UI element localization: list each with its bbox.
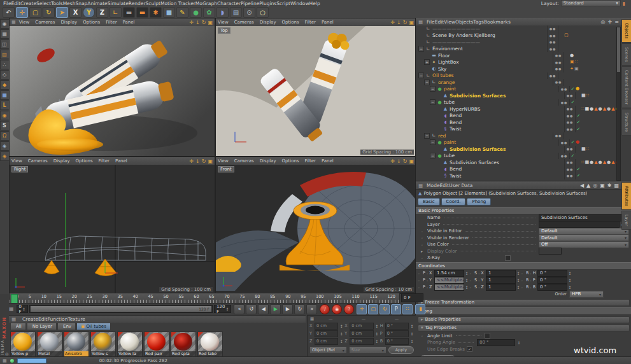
rb-input[interactable]: 0 ° bbox=[537, 284, 567, 291]
pan-view-icon[interactable]: ✛ bbox=[189, 20, 194, 25]
rotate-view-icon[interactable]: ↻ bbox=[202, 20, 206, 25]
object-name[interactable]: —————————— bbox=[432, 39, 480, 45]
visibility-dots-toggle[interactable]: ●● bbox=[558, 99, 570, 106]
visible-editor-select[interactable]: Default▾ bbox=[539, 228, 629, 235]
tree-item[interactable]: − ∟ red ●● bbox=[416, 132, 621, 139]
undo-icon[interactable]: ↶ bbox=[3, 7, 15, 18]
py-input[interactable]: <<Multiple>> bbox=[434, 277, 464, 284]
visibility-dots-toggle[interactable]: ●● bbox=[553, 52, 564, 59]
tree-item[interactable]: § Twist ●● ✓ bbox=[416, 172, 621, 179]
visibility-dots-toggle[interactable]: ●● bbox=[564, 172, 576, 179]
autokeying-button[interactable]: ◉ bbox=[332, 304, 342, 314]
sx-input[interactable]: 1 bbox=[486, 270, 516, 277]
panel-tab[interactable]: Structure bbox=[621, 109, 631, 136]
object-name[interactable]: LightBox bbox=[438, 59, 459, 65]
viewport-menu-item[interactable]: Display bbox=[60, 20, 77, 25]
workflow-icon[interactable]: ▮ bbox=[623, 1, 625, 6]
expand-toggle-icon[interactable]: − bbox=[418, 73, 424, 78]
rotate-view-icon[interactable]: ↻ bbox=[403, 20, 408, 25]
animatable-dot-icon[interactable]: ◦ bbox=[421, 229, 425, 234]
object-tag-icon[interactable]: ∷ bbox=[586, 147, 589, 151]
animatable-dot-icon[interactable]: ◦ bbox=[421, 333, 425, 338]
pan-view-icon[interactable]: ✛ bbox=[390, 158, 395, 164]
object-axis-mode-button[interactable]: ■ bbox=[0, 90, 10, 100]
object-name[interactable]: red bbox=[438, 133, 446, 139]
viewport-menu-item[interactable]: Filter bbox=[106, 20, 117, 25]
layer-input[interactable] bbox=[539, 221, 620, 228]
goto-end-button[interactable]: » bbox=[306, 304, 317, 314]
material-swatch[interactable]: Yellow p bbox=[10, 332, 36, 357]
panel-tab[interactable]: Attributes bbox=[621, 182, 631, 210]
maximize-view-icon[interactable]: ▣ bbox=[208, 20, 213, 25]
tag-icons[interactable]: ∷▦●▲●▲●▲●▲▨ bbox=[581, 107, 621, 111]
tree-item[interactable]: ▲ Subdivision Surfaces ●● ▦∷ bbox=[416, 146, 621, 153]
attribute-tab[interactable]: Phong bbox=[467, 198, 491, 206]
render-picture-viewer-button[interactable]: ▬ bbox=[136, 7, 148, 18]
previous-frame-button[interactable]: ◀ bbox=[258, 304, 269, 314]
viewport-canvas-right[interactable]: Right Grid Spacing : 100 cm bbox=[10, 165, 215, 293]
x-axis-toggle[interactable]: X bbox=[69, 7, 82, 18]
viewport-canvas-top[interactable]: Top Grid Spacing : 100 cm bbox=[216, 26, 416, 156]
tag-icons[interactable]: ▦∷ bbox=[581, 147, 621, 151]
object-tag-icon[interactable]: ✦ bbox=[570, 67, 574, 71]
visibility-dots-toggle[interactable]: ●● bbox=[564, 146, 576, 153]
object-name[interactable]: Bend bbox=[450, 113, 462, 118]
phong-tag-properties-bar[interactable]: ▾Tag Properties bbox=[418, 325, 630, 332]
material-swatch[interactable]: Red labe bbox=[197, 332, 223, 357]
tree-item[interactable]: ▲ Subdivision Surfaces ●● ▦∷ bbox=[416, 92, 621, 99]
menu-item[interactable]: Render bbox=[129, 1, 146, 6]
panel-grip-icon[interactable]: ▦ bbox=[11, 316, 16, 322]
object-tag-icon[interactable]: ▲ bbox=[603, 160, 606, 165]
viewport-menu-item[interactable]: Options bbox=[282, 158, 299, 164]
render-view-button[interactable]: ▬ bbox=[123, 7, 135, 18]
object-tag-icon[interactable]: ● bbox=[599, 160, 602, 165]
material-swatch[interactable]: Yellow s bbox=[90, 332, 116, 357]
coord-mode-select[interactable]: Object (Rel▾ bbox=[309, 346, 347, 354]
visibility-dots-toggle[interactable]: ●● bbox=[564, 106, 576, 113]
y-axis-toggle[interactable]: Y bbox=[83, 7, 95, 18]
size-z-field[interactable]: 0 cm bbox=[350, 338, 373, 345]
tree-item[interactable]: § Twist ●● ✓ bbox=[416, 126, 621, 133]
enabled-state-icon[interactable]: ✓ bbox=[576, 173, 581, 178]
tree-item[interactable]: ▲ Subdivision Surfaces ●● ∷▦●▲●▲●▲●▲▨ bbox=[416, 159, 621, 166]
render-settings-button[interactable]: ✱ bbox=[150, 7, 162, 18]
object-manager-menu-item[interactable]: File bbox=[427, 19, 435, 25]
angle-limit-checkbox[interactable] bbox=[485, 333, 490, 339]
material-menu-item[interactable]: Create bbox=[22, 316, 38, 322]
tree-item[interactable]: ◐ Sky ●● ✦▣ bbox=[416, 66, 621, 73]
snap-settings-button[interactable]: S bbox=[0, 121, 10, 130]
expand-toggle-icon[interactable]: − bbox=[430, 86, 436, 92]
zoom-view-icon[interactable]: ↓ bbox=[397, 158, 401, 164]
viewport-menu-item[interactable]: Display bbox=[260, 158, 276, 164]
object-tag-icon[interactable]: ▲ bbox=[594, 160, 597, 165]
object-name[interactable]: Subdivision Surfaces bbox=[450, 93, 506, 99]
name-input[interactable]: Subdivision Surfaces bbox=[539, 214, 629, 221]
next-frame-button[interactable]: ▶ bbox=[282, 304, 293, 314]
size-y-field[interactable]: 0 cm bbox=[350, 330, 373, 337]
visibility-dots-toggle[interactable]: ●● bbox=[547, 46, 558, 53]
visibility-dots-toggle[interactable]: ●● bbox=[564, 126, 576, 133]
spline-pen-button[interactable]: ✎ bbox=[176, 7, 188, 18]
workplane-mode-button[interactable]: ▤ bbox=[0, 50, 10, 59]
object-name[interactable]: paint bbox=[444, 139, 456, 145]
maximize-view-icon[interactable]: ▣ bbox=[208, 158, 213, 164]
size-x-field[interactable]: 0 cm bbox=[350, 323, 373, 330]
visibility-dots-toggle[interactable]: ●● bbox=[547, 32, 558, 39]
object-name[interactable]: Scene By Anders Kjellberg bbox=[432, 32, 495, 38]
object-manager-menu-item[interactable]: Tags bbox=[473, 19, 484, 25]
target-icon[interactable]: ✛ bbox=[608, 19, 613, 25]
tag-icons[interactable]: ✦▣ bbox=[570, 67, 621, 71]
object-name[interactable]: Environment bbox=[432, 46, 463, 52]
use-color-select[interactable]: Off▾ bbox=[539, 241, 629, 248]
goto-start-button[interactable]: « bbox=[234, 304, 245, 314]
object-tag-icon[interactable]: ▲ bbox=[611, 160, 614, 165]
object-name[interactable]: Twist bbox=[450, 173, 461, 179]
preview-range-slider[interactable]: 120 F bbox=[29, 305, 213, 313]
viewport-menu-item[interactable]: Options bbox=[83, 20, 100, 25]
pz-input[interactable]: <<Multiple>> bbox=[434, 284, 464, 291]
viewport-menu-item[interactable]: Panel bbox=[115, 158, 127, 164]
attribute-menu-item[interactable]: Edit bbox=[440, 183, 450, 188]
object-tag-icon[interactable]: ● bbox=[576, 140, 579, 144]
rotate-view-icon[interactable]: ↻ bbox=[202, 158, 206, 164]
object-tag-icon[interactable]: ● bbox=[570, 53, 574, 58]
